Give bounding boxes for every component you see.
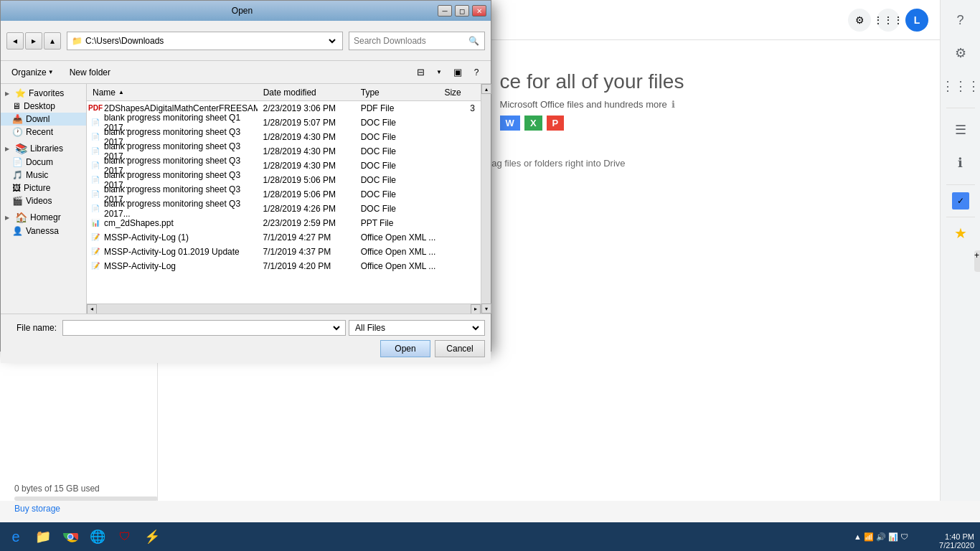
file-date-cell: 7/1/2019 4:20 PM xyxy=(258,261,355,271)
file-type-cell: Office Open XML ... xyxy=(355,261,439,271)
right-panel-drag-handle[interactable]: + xyxy=(974,250,980,272)
taskbar-ie-icon[interactable]: e xyxy=(3,524,29,550)
table-row[interactable]: 📝 MSSP-Activity-Log 01.2019 Update 7/1/2… xyxy=(87,245,481,259)
minimize-button[interactable]: ─ xyxy=(438,5,452,17)
cancel-button[interactable]: Cancel xyxy=(435,340,485,357)
table-row[interactable]: 📝 MSSP-Activity-Log (1) 7/1/2019 4:27 PM… xyxy=(87,230,481,245)
right-panel-icon-3[interactable]: ⋮⋮⋮ xyxy=(946,72,975,100)
right-panel-icon-4[interactable]: ☰ xyxy=(946,116,975,144)
taskbar-mcafee-icon[interactable]: 🛡 xyxy=(112,524,138,550)
dialog-title: Open xyxy=(48,6,436,16)
file-name-text: blank progress monitoring sheet Q3 2017.… xyxy=(104,199,255,219)
preview-pane-button[interactable]: ▣ xyxy=(449,64,466,81)
taskbar-chrome-icon[interactable] xyxy=(57,524,83,550)
up-button[interactable]: ▴ xyxy=(44,32,61,50)
filetype-dropdown[interactable]: All Files xyxy=(352,321,481,335)
dialog-bottom: File name: All Files Open Cancel xyxy=(1,314,491,363)
hscroll-right-button[interactable]: ▸ xyxy=(471,304,481,314)
recent-icon: 🕐 xyxy=(12,127,23,137)
taskbar-explorer-icon[interactable]: 📁 xyxy=(30,524,56,550)
clock-date: 7/21/2020 xyxy=(939,541,974,550)
search-input[interactable] xyxy=(354,36,466,46)
filename-input[interactable] xyxy=(62,320,346,336)
tray-icons: ▲ 📶 🔊 📊 🛡 xyxy=(854,532,908,542)
horizontal-scrollbar[interactable]: ◂ ▸ xyxy=(87,303,481,314)
right-panel-icon-5[interactable]: ℹ xyxy=(946,149,975,177)
libraries-section: ▶ 📚 Libraries 📄 Docum 🎵 Music 🖼 Picture xyxy=(1,141,86,207)
file-date-cell: 7/1/2019 4:27 PM xyxy=(258,232,355,242)
apps-icon[interactable]: ⋮⋮⋮ xyxy=(877,9,900,32)
file-date-cell: 1/28/2019 4:30 PM xyxy=(258,146,355,156)
sidebar-item-videos[interactable]: 🎬 Videos xyxy=(1,194,86,207)
file-date-cell: 1/28/2019 5:06 PM xyxy=(258,189,355,199)
hscroll-track[interactable] xyxy=(97,304,471,314)
sidebar-item-music[interactable]: 🎵 Music xyxy=(1,169,86,182)
taskbar-icon-4[interactable]: 🌐 xyxy=(85,524,110,550)
vscroll-up-button[interactable]: ▴ xyxy=(481,84,491,94)
right-panel-icon-2[interactable]: ⚙ xyxy=(946,39,975,67)
file-name-cell: 📄 blank progress monitoring sheet Q3 201… xyxy=(87,199,258,219)
sidebar-item-vanessa[interactable]: 👤 Vanessa xyxy=(1,225,86,237)
file-type-cell: DOC File xyxy=(355,132,439,142)
view-options-button[interactable]: ⊟ xyxy=(412,64,429,81)
restore-button[interactable]: ◻ xyxy=(455,5,469,17)
sidebar-item-recent[interactable]: 🕐 Recent xyxy=(1,126,86,138)
homegroup-group[interactable]: ▶ 🏠 Homegr xyxy=(1,210,86,225)
col-header-type[interactable]: Type xyxy=(355,88,439,98)
sidebar-item-downloads[interactable]: 📥 Downl xyxy=(1,113,86,126)
forward-button[interactable]: ▸ xyxy=(25,32,42,50)
vertical-scrollbar[interactable]: ▴ ▾ xyxy=(481,84,491,314)
sidebar-item-desktop[interactable]: 🖥 Desktop xyxy=(1,100,86,113)
sidebar-item-pictures[interactable]: 🖼 Picture xyxy=(1,182,86,194)
file-name-text: cm_2dShapes.ppt xyxy=(104,218,174,228)
file-date-cell: 1/28/2019 4:26 PM xyxy=(258,204,355,214)
documents-label: Docum xyxy=(26,157,53,167)
recent-label: Recent xyxy=(26,127,53,137)
filename-dropdown[interactable] xyxy=(66,321,342,335)
file-date-cell: 1/28/2019 4:30 PM xyxy=(258,161,355,171)
search-box[interactable]: 🔍 xyxy=(349,32,485,50)
right-panel-star-icon[interactable]: ★ xyxy=(954,225,967,242)
user-avatar[interactable]: L xyxy=(905,9,928,32)
doc-icon: 📄 xyxy=(90,203,101,215)
organize-button[interactable]: Organize ▼ xyxy=(6,65,59,80)
dialog-main: ▶ ⭐ Favorites 🖥 Desktop 📥 Downl 🕐 Recent xyxy=(1,84,491,314)
col-header-date[interactable]: Date modified xyxy=(258,88,355,98)
col-header-name[interactable]: Name ▲ xyxy=(87,88,258,98)
path-bar[interactable]: 📁 C:\Users\Downloads xyxy=(67,32,343,50)
videos-icon: 🎬 xyxy=(12,196,23,206)
vscroll-down-button[interactable]: ▾ xyxy=(481,303,491,314)
file-type-cell: DOC File xyxy=(355,204,439,214)
new-folder-button[interactable]: New folder xyxy=(65,65,116,80)
view-dropdown-button[interactable]: ▼ xyxy=(430,64,448,81)
user-icon: 👤 xyxy=(12,226,23,236)
filetype-select[interactable]: All Files xyxy=(349,320,485,336)
help-button[interactable]: ? xyxy=(468,64,485,81)
path-dropdown[interactable]: C:\Users\Downloads xyxy=(83,35,338,47)
search-icon[interactable]: 🔍 xyxy=(466,33,481,49)
open-button[interactable]: Open xyxy=(380,340,430,357)
right-panel-blue-icon[interactable]: ✓ xyxy=(952,192,969,209)
file-name-cell: 📊 cm_2dShapes.ppt xyxy=(87,217,258,229)
table-row[interactable]: 📊 cm_2dShapes.ppt 2/23/2019 2:59 PM PPT … xyxy=(87,216,481,230)
filename-input-wrap: All Files xyxy=(62,320,485,336)
downloads-label: Downl xyxy=(26,114,50,124)
file-type-cell: PPT File xyxy=(355,218,439,228)
right-panel-icon-1[interactable]: ? xyxy=(946,6,975,34)
taskbar-vpn-icon[interactable]: ⚡ xyxy=(139,524,165,550)
close-button[interactable]: ✕ xyxy=(472,5,486,17)
favorites-group[interactable]: ▶ ⭐ Favorites xyxy=(1,87,86,100)
file-list[interactable]: Name ▲ Date modified Type Size PDF 2DSha… xyxy=(87,84,481,303)
libraries-group[interactable]: ▶ 📚 Libraries xyxy=(1,141,86,156)
back-button[interactable]: ◂ xyxy=(6,32,24,50)
open-file-dialog: Open ─ ◻ ✕ ◂ ▸ ▴ 📁 C:\Users\Downloads 🔍 … xyxy=(0,0,491,352)
word-icon: W xyxy=(500,116,520,131)
hscroll-left-button[interactable]: ◂ xyxy=(87,304,97,314)
table-row[interactable]: 📄 blank progress monitoring sheet Q3 201… xyxy=(87,202,481,216)
sidebar-item-documents[interactable]: 📄 Docum xyxy=(1,156,86,169)
settings-icon[interactable]: ⚙ xyxy=(848,9,871,32)
file-date-cell: 7/1/2019 4:37 PM xyxy=(258,247,355,257)
col-header-size[interactable]: Size xyxy=(438,88,481,98)
table-row[interactable]: 📝 MSSP-Activity-Log 7/1/2019 4:20 PM Off… xyxy=(87,259,481,273)
taskbar: e 📁 🌐 🛡 ⚡ ▲ 📶 🔊 📊 🛡 1:40 PM 7/21/2020 xyxy=(0,522,980,551)
